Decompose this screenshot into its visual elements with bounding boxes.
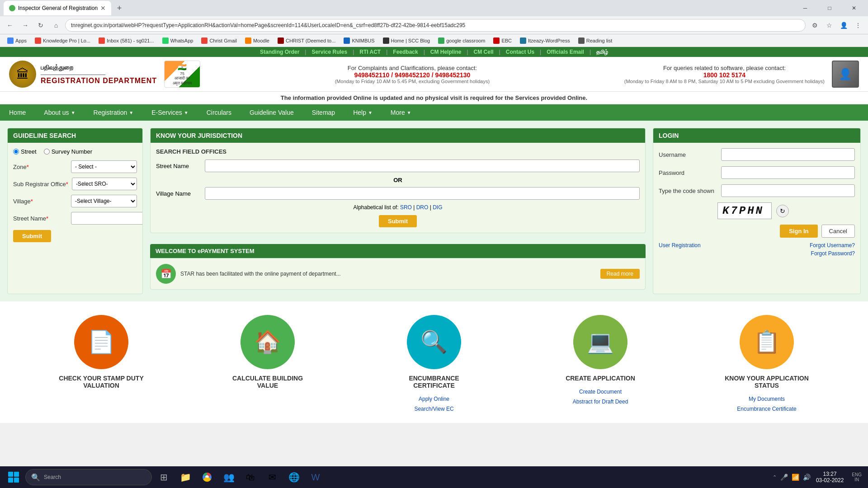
captcha-refresh-button[interactable]: ↻ xyxy=(776,205,789,217)
nav-officials-email[interactable]: Officials Email xyxy=(547,49,584,55)
word-taskbar-button[interactable]: W xyxy=(306,467,326,487)
building-value-icon[interactable]: 🏠 xyxy=(241,315,295,369)
village-select[interactable]: -Select Village- xyxy=(71,195,137,207)
nav-registration[interactable]: Registration ▼ xyxy=(85,104,143,121)
bookmark-whatsapp[interactable]: WhatsApp xyxy=(159,37,197,45)
new-tab-button[interactable]: + xyxy=(113,2,126,14)
bookmark-knowledge-pro[interactable]: Knowledge Pro | Lo... xyxy=(31,37,94,45)
nav-feedback[interactable]: Feedback xyxy=(393,49,418,55)
jurisdiction-submit-button[interactable]: Submit xyxy=(379,215,417,227)
nav-eservices[interactable]: E-Services ▼ xyxy=(142,104,198,121)
create-document-link[interactable]: Create Document xyxy=(573,387,628,397)
close-button[interactable]: ✕ xyxy=(844,1,864,15)
nav-about[interactable]: About us ▼ xyxy=(35,104,84,121)
nav-contact-us[interactable]: Contact Us xyxy=(506,49,534,55)
dig-link[interactable]: DIG xyxy=(433,204,442,211)
bookmark-classroom[interactable]: google classroom xyxy=(434,37,489,45)
maximize-button[interactable]: □ xyxy=(819,1,840,15)
sro-select[interactable]: -Select SRO- xyxy=(72,178,137,190)
bookmark-knimbus[interactable]: KNIMBUS xyxy=(340,37,378,45)
bookmark-christ-gmail[interactable]: Christ Gmail xyxy=(198,37,241,45)
encumbrance-icon[interactable]: 🔍 xyxy=(407,315,461,369)
wifi-icon[interactable]: 📶 xyxy=(792,474,799,481)
tab-close-button[interactable]: ✕ xyxy=(100,5,106,12)
nav-cm-helpline[interactable]: CM Helpline xyxy=(430,49,462,55)
nav-more[interactable]: More ▼ xyxy=(382,104,420,121)
nav-service-rules[interactable]: Service Rules xyxy=(311,49,347,55)
street-name-input[interactable] xyxy=(71,212,143,225)
right-center-panels: KNOW YOUR JURISDICTION SEARCH FIELD OFFI… xyxy=(150,128,646,294)
extensions-button[interactable]: ⚙ xyxy=(808,19,821,32)
street-radio[interactable] xyxy=(13,149,19,155)
bookmark-christ[interactable]: CHRIST (Deemed to... xyxy=(274,37,339,45)
apply-online-link[interactable]: Apply Online xyxy=(414,394,453,404)
sro-link[interactable]: SRO xyxy=(400,204,412,211)
nav-cm-cell[interactable]: CM Cell xyxy=(474,49,494,55)
minimize-button[interactable]: ─ xyxy=(795,1,816,15)
zone-select[interactable]: - Select - xyxy=(71,160,137,173)
stamp-duty-icon[interactable]: 📄 xyxy=(74,315,128,369)
file-explorer-button[interactable]: 📁 xyxy=(175,467,195,487)
street-radio-label[interactable]: Street xyxy=(13,148,37,155)
nav-help[interactable]: Help ▼ xyxy=(344,104,382,121)
taskview-button[interactable]: ⊞ xyxy=(154,467,174,487)
my-documents-link[interactable]: My Documents xyxy=(737,394,796,404)
taskbar-search[interactable]: 🔍 Search xyxy=(25,469,152,485)
read-more-button[interactable]: Read more xyxy=(600,269,640,279)
signin-button[interactable]: Sign In xyxy=(780,225,817,238)
bookmark-inbox[interactable]: Inbox (581) - sg021... xyxy=(95,37,158,45)
bookmark-scc[interactable]: Home | SCC Blog xyxy=(379,37,434,45)
forgot-password-link[interactable]: Forgot Password? xyxy=(811,250,855,257)
nav-standing-order[interactable]: Standing Order xyxy=(260,49,299,55)
nav-rti-act[interactable]: RTI ACT xyxy=(359,49,381,55)
address-bar[interactable]: tnreginet.gov.in/portal/webHP?requestTyp… xyxy=(65,19,806,32)
forward-button[interactable]: → xyxy=(19,19,32,32)
home-button[interactable]: ⌂ xyxy=(50,19,62,32)
profile-button[interactable]: 👤 xyxy=(837,19,850,32)
survey-radio-label[interactable]: Survey Number xyxy=(44,148,92,155)
jurisdiction-panel-body: SEARCH FIELD OFFICES Street Name OR Vill… xyxy=(151,143,645,233)
survey-radio[interactable] xyxy=(44,149,50,155)
encumbrance-cert-link[interactable]: Encumbrance Certificate xyxy=(737,404,796,414)
bookmark-ebc[interactable]: EBC xyxy=(490,37,515,45)
bookmark-moodle[interactable]: Moodle xyxy=(241,37,273,45)
info-banner: The information provided Online is updat… xyxy=(0,92,868,104)
language-indicator[interactable]: ENG IN xyxy=(849,472,864,482)
mail-taskbar-button[interactable]: ✉ xyxy=(262,467,282,487)
bookmark-button[interactable]: ☆ xyxy=(823,19,835,32)
reload-button[interactable]: ↻ xyxy=(34,19,47,32)
teams-taskbar-button[interactable]: 👥 xyxy=(219,467,239,487)
clock[interactable]: 13:27 03-02-2022 xyxy=(812,471,847,483)
store-taskbar-button[interactable]: 🛍 xyxy=(241,467,260,487)
user-registration-link[interactable]: User Registration xyxy=(659,242,701,257)
cancel-button[interactable]: Cancel xyxy=(821,225,855,238)
back-button[interactable]: ← xyxy=(4,19,16,32)
forgot-username-link[interactable]: Forgot Username? xyxy=(810,242,855,249)
active-tab[interactable]: Inspector General of Registration ✕ xyxy=(4,1,111,15)
nav-tamil[interactable]: தமிழ் xyxy=(596,49,608,55)
nav-circulars[interactable]: Circulars xyxy=(198,104,241,121)
username-input[interactable] xyxy=(721,148,855,161)
guideline-submit-button[interactable]: Submit xyxy=(13,230,51,242)
password-input[interactable] xyxy=(721,166,855,179)
chrome-taskbar-button[interactable] xyxy=(197,467,217,487)
bookmark-reading-list[interactable]: Reading list xyxy=(575,37,616,45)
create-app-icon[interactable]: 💻 xyxy=(573,315,627,369)
captcha-input[interactable] xyxy=(721,184,855,197)
app-status-icon[interactable]: 📋 xyxy=(740,315,794,369)
street-name-field-input[interactable] xyxy=(205,160,640,172)
dro-link[interactable]: DRO xyxy=(416,204,429,211)
nav-guideline-value[interactable]: Guideline Value xyxy=(241,104,303,121)
village-name-field-input[interactable] xyxy=(205,187,640,200)
start-button[interactable] xyxy=(4,468,24,486)
tray-up-arrow[interactable]: ⌃ xyxy=(773,474,777,480)
bookmark-itzeazy[interactable]: Itzeazy-WordPress xyxy=(516,37,574,45)
volume-icon[interactable]: 🔊 xyxy=(803,474,811,481)
bookmark-apps[interactable]: Apps xyxy=(4,37,30,45)
edge-taskbar-button[interactable]: 🌐 xyxy=(284,467,304,487)
nav-home[interactable]: Home xyxy=(0,104,35,121)
nav-sitemap[interactable]: Sitemap xyxy=(303,104,344,121)
search-view-ec-link[interactable]: Search/View EC xyxy=(414,404,453,414)
abstract-draft-link[interactable]: Abstract for Draft Deed xyxy=(573,397,628,407)
menu-button[interactable]: ⋮ xyxy=(852,19,864,32)
